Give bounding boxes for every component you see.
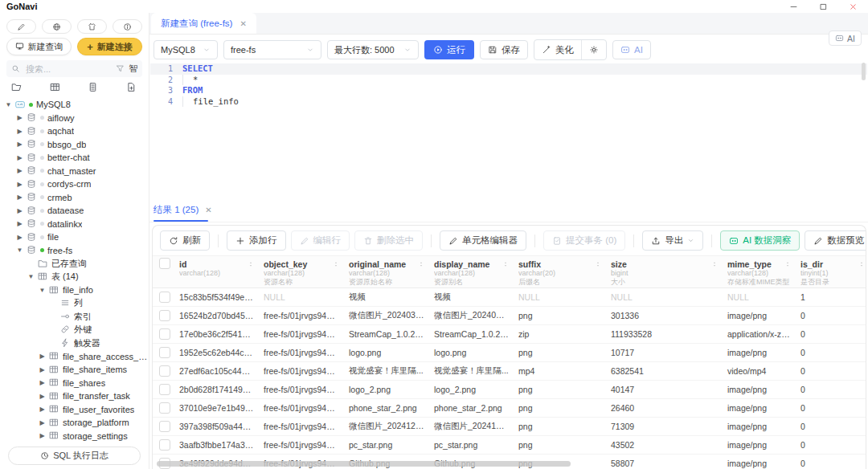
cell[interactable]: 6382541 [606, 362, 723, 381]
tree-item-file_info[interactable]: ▼file_info [0, 283, 149, 297]
cell[interactable]: 视频 [344, 288, 429, 307]
cell[interactable]: 27edf6ac105c44598... [174, 362, 259, 381]
row-checkbox[interactable] [159, 421, 170, 432]
max-rows-select[interactable]: 最大行数: 5000 [327, 40, 419, 59]
select-all-checkbox[interactable] [159, 258, 170, 269]
tree-item-crmeb[interactable]: ▶crmeb [0, 191, 149, 205]
query-ai-button[interactable]: AI [612, 40, 651, 59]
cell[interactable]: 397a398f509a44aa9... [174, 418, 259, 436]
cell[interactable]: image/png [723, 381, 796, 399]
sort-icon[interactable] [595, 261, 601, 267]
tree-item-bbsgo_db[interactable]: ▶bbsgo_db [0, 138, 149, 152]
tree-item-chat_master[interactable]: ▶chat_master [0, 165, 149, 178]
cell[interactable]: free-fs/01jrvgs943q... [259, 325, 344, 344]
tree-caret-icon[interactable]: ▼ [16, 247, 23, 254]
export-button[interactable]: 导出 [642, 230, 703, 251]
tree-caret-icon[interactable]: ▶ [16, 220, 23, 227]
cell[interactable]: logo_2.png [344, 381, 429, 399]
cell[interactable]: 微信图片_20240326... [344, 307, 429, 325]
tab-close-icon[interactable]: ✕ [240, 19, 246, 28]
table-hscrollbar[interactable] [157, 461, 571, 467]
cell[interactable]: 37010e9e7e1b4954... [174, 399, 259, 418]
row-checkbox[interactable] [159, 439, 170, 451]
database-select[interactable]: free-fs [223, 40, 321, 59]
doc-icon[interactable] [88, 82, 99, 93]
tree-item-better-chat[interactable]: ▶better-chat [0, 151, 149, 165]
tree-item-表 (14)[interactable]: ▼表 (14) [0, 271, 149, 284]
row-checkbox[interactable] [159, 384, 170, 395]
cell[interactable]: 301336 [606, 307, 723, 325]
cell[interactable]: 0 [796, 307, 866, 325]
tree-item-dataease[interactable]: ▶dataease [0, 204, 149, 218]
tree-caret-icon[interactable]: ▶ [39, 353, 46, 360]
cell[interactable]: pc_star.png [344, 436, 429, 455]
cell[interactable]: logo.png [344, 344, 429, 362]
tree-item-aiflowy[interactable]: ▶aiflowy [0, 112, 149, 125]
beautify-button[interactable]: 美化 [534, 40, 581, 59]
tree-item-外键[interactable]: 外键 [0, 324, 149, 337]
tree-caret-icon[interactable]: ▶ [16, 114, 23, 121]
column-header-is_dir[interactable]: is_dirtinyint(1)是否目录 [796, 256, 866, 288]
cell[interactable]: image/png [723, 418, 796, 436]
settings-button[interactable] [582, 40, 606, 59]
tree-item-cordys-crm[interactable]: ▶cordys-crm [0, 177, 149, 191]
tree-caret-icon[interactable]: ▶ [39, 432, 46, 439]
cell[interactable]: StreamCap_1.0.2_2_... [344, 325, 429, 344]
cell[interactable]: NULL [514, 288, 606, 307]
sort-icon[interactable] [333, 261, 339, 267]
save-button[interactable]: 保存 [480, 40, 528, 59]
cell[interactable]: logo_2.png [429, 381, 514, 399]
new-query-button[interactable]: 新建查询 [6, 38, 72, 55]
cell[interactable]: 1952e5c62eb44ce8... [174, 344, 259, 362]
tree-item-MySQL8[interactable]: ▼MySQL8 [0, 98, 149, 112]
tree-item-触发器[interactable]: 触发器 [0, 336, 149, 350]
tree-caret-icon[interactable]: ▶ [39, 406, 46, 413]
info-icon[interactable] [113, 19, 142, 34]
result-tab[interactable]: 结果 1 (25) ✕ [154, 198, 212, 222]
tree-caret-icon[interactable]: ▶ [39, 366, 46, 373]
cell[interactable]: mp4 [514, 362, 606, 381]
cell[interactable]: png [514, 307, 606, 325]
cell[interactable]: application/x-zip-co... [723, 325, 796, 344]
row-checkbox[interactable] [159, 292, 170, 303]
cell[interactable]: free-fs/01jrvgs943q... [259, 307, 344, 325]
minimize-icon[interactable] [788, 2, 799, 12]
cell[interactable]: 0 [796, 325, 866, 344]
cell[interactable]: png [514, 381, 606, 399]
cell[interactable]: free-fs/01jrvgs943q... [259, 399, 344, 418]
tree-caret-icon[interactable]: ▼ [5, 101, 12, 108]
search-input[interactable] [24, 63, 112, 75]
filter-icon[interactable] [116, 64, 125, 73]
cell[interactable]: NULL [723, 288, 796, 307]
cell[interactable]: video/mp4 [723, 362, 796, 381]
tree-item-file_share_items[interactable]: ▶file_share_items [0, 363, 149, 377]
cell[interactable]: 2b0d628f17414983... [174, 381, 259, 399]
sort-icon[interactable] [858, 261, 865, 267]
globe-icon[interactable] [42, 19, 72, 34]
refresh-button[interactable]: 刷新 [160, 230, 210, 251]
delete-selected-button[interactable]: 删除选中 [354, 230, 423, 251]
cell[interactable]: 3aafb3fbbe174a34a... [174, 436, 259, 455]
cell[interactable]: image/png [723, 455, 796, 469]
cell[interactable]: png [514, 344, 606, 362]
query-tab[interactable]: 新建查询 (free-fs) ✕ [151, 13, 256, 34]
tree-item-file[interactable]: ▶file [0, 230, 149, 244]
cell[interactable]: 0 [796, 381, 866, 399]
commit-transaction-button[interactable]: 提交事务 (0) [543, 230, 625, 251]
ai-insight-button[interactable]: AI 数据洞察 [720, 230, 800, 251]
edit-row-button[interactable]: 编辑行 [291, 230, 350, 251]
cell[interactable]: 0 [796, 362, 866, 381]
new-connection-button[interactable]: + 新建连接 [77, 38, 142, 55]
row-checkbox[interactable] [159, 402, 170, 414]
editor-line[interactable]: 4file_info [150, 96, 867, 108]
column-header-display_name[interactable]: display_namevarchar(128)资源别名 [429, 256, 514, 288]
tree-caret-icon[interactable]: ▶ [16, 194, 23, 201]
sort-icon[interactable] [418, 261, 424, 267]
ai-panel-button[interactable]: AI [829, 31, 862, 46]
cell[interactable]: image/png [723, 344, 796, 362]
column-header-size[interactable]: sizebigint大小 [606, 256, 723, 288]
cell[interactable]: 0 [796, 399, 866, 418]
column-header-id[interactable]: idvarchar(128) [174, 256, 259, 288]
row-checkbox[interactable] [159, 347, 170, 358]
sort-icon[interactable] [711, 261, 718, 267]
